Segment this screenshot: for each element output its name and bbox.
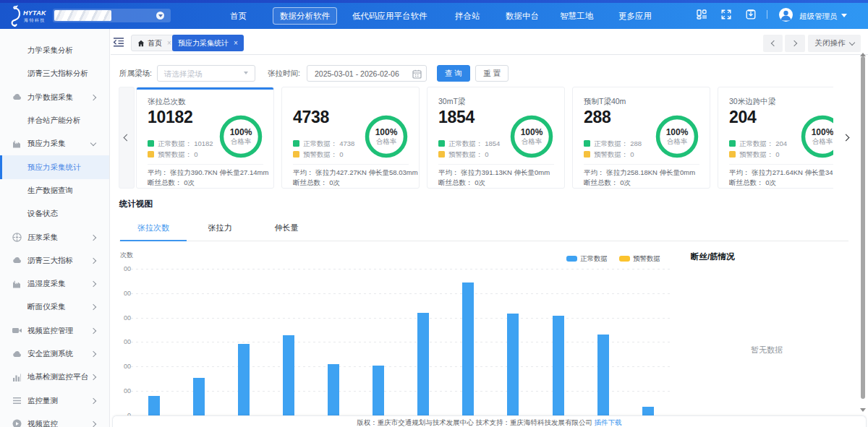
- sidebar-item-16[interactable]: 监控量测: [0, 389, 110, 412]
- select-caret-circle-icon[interactable]: [156, 12, 164, 20]
- sidebar-item-14[interactable]: 安全监测系统: [0, 342, 110, 366]
- sidebar-item-15[interactable]: 地基检测监控平台: [0, 366, 110, 389]
- page-tab-1[interactable]: 首页×: [131, 35, 178, 51]
- summary-card-2[interactable]: 4738正常数据： 4738预警数据： 0平均： 张拉力427.27KN 伸长量…: [281, 87, 420, 189]
- close-actions-dropdown[interactable]: 关闭操作: [808, 35, 861, 52]
- pass-rate-label: 合格率: [801, 137, 833, 147]
- page-tab-2[interactable]: 预应力采集统计×: [172, 35, 244, 51]
- chart-bar-4[interactable]: [283, 335, 294, 417]
- sidebar-item-1[interactable]: 力学采集分析: [0, 39, 110, 62]
- sidebar-item-5[interactable]: 预应力采集: [0, 132, 110, 155]
- card-broken-line: 断丝总数： 0次: [148, 178, 195, 188]
- green-swatch-icon: [729, 140, 736, 147]
- chevron-down-icon: [90, 140, 96, 146]
- cards-scroll-left-button[interactable]: [119, 87, 135, 189]
- chart-bar-10[interactable]: [553, 316, 564, 416]
- search-button[interactable]: 查 询: [437, 65, 470, 82]
- chart-gridline: [131, 366, 671, 367]
- apps-grid-icon[interactable]: [697, 9, 707, 20]
- chart-bar-2[interactable]: [193, 378, 205, 416]
- sidebar-item-8[interactable]: 设备状态: [0, 202, 110, 225]
- sidebar-item-4[interactable]: 拌合站产能分析: [0, 109, 110, 132]
- chart-bar-11[interactable]: [597, 335, 609, 416]
- sidebar-item-label: 监控量测: [27, 396, 58, 406]
- plugin-download-link[interactable]: 插件下载: [595, 418, 622, 426]
- date-range-input[interactable]: 2025-03-01 - 2026-02-06: [307, 65, 427, 82]
- sidebar-item-label: 温湿度采集: [27, 279, 66, 289]
- user-avatar[interactable]: [779, 8, 793, 22]
- project-select[interactable]: [53, 9, 171, 22]
- sidebar-item-11[interactable]: 温湿度采集: [0, 272, 110, 296]
- sidebar: 力学采集分析沥青三大指标分析力学数据采集拌合站产能分析预应力采集预应力采集统计生…: [0, 29, 110, 427]
- fullscreen-icon[interactable]: [721, 9, 731, 20]
- tab-scroll-left-button[interactable]: [763, 35, 783, 52]
- sidebar-collapse-icon[interactable]: [113, 37, 124, 46]
- summary-card-3[interactable]: 30mT梁1854正常数据： 1854预警数据： 0平均： 张拉力391.13K…: [427, 87, 565, 189]
- stats-tab-1[interactable]: 张拉次数: [120, 215, 187, 241]
- card-broken-line: 断丝总数： 0次: [438, 178, 485, 188]
- sidebar-item-3[interactable]: 力学数据采集: [0, 86, 110, 109]
- sidebar-item-label: 设备状态: [27, 209, 58, 219]
- sidebar-item-7[interactable]: 生产数据查询: [0, 179, 110, 202]
- nav-item-6[interactable]: 智慧工地: [560, 3, 593, 29]
- y-axis-tick-label: 00: [120, 290, 131, 297]
- green-swatch-icon: [293, 140, 299, 147]
- sidebar-item-10[interactable]: 沥青三大指标: [0, 249, 110, 272]
- header-top-strip: [0, 0, 868, 3]
- scrollbar-thumb[interactable]: [861, 56, 865, 399]
- tab-close-icon[interactable]: ×: [167, 40, 171, 47]
- nav-item-4[interactable]: 拌合站: [455, 3, 480, 29]
- chart-bar-5[interactable]: [328, 364, 339, 416]
- card-normal-row: 正常数据： 204: [729, 139, 787, 149]
- cloud-icon: [12, 349, 22, 360]
- sidebar-item-6[interactable]: 预应力采集统计: [0, 155, 110, 178]
- user-name[interactable]: 超级管理员: [799, 3, 838, 29]
- summary-card-1[interactable]: 张拉总次数10182正常数据： 10182预警数据： 0平均： 张拉力390.7…: [136, 87, 274, 189]
- nav-item-5[interactable]: 数据中台: [506, 3, 539, 29]
- stats-tab-2[interactable]: 张拉力: [187, 215, 253, 241]
- vertical-scrollbar[interactable]: [860, 50, 866, 415]
- download-icon[interactable]: [746, 9, 756, 20]
- scroll-up-arrow[interactable]: [860, 50, 866, 56]
- nav-item-7[interactable]: 更多应用: [618, 3, 652, 29]
- tab-scroll-right-button[interactable]: [785, 35, 805, 52]
- scroll-down-arrow[interactable]: [860, 408, 866, 415]
- histogram-icon: [12, 372, 22, 383]
- chart-bar-6[interactable]: [373, 366, 384, 416]
- chart-bar-9[interactable]: [507, 314, 519, 416]
- chart-bar-3[interactable]: [238, 344, 250, 416]
- play-icon: [12, 418, 22, 427]
- sidebar-item-12[interactable]: 断面仪采集: [0, 296, 110, 319]
- card-normal-row: 正常数据： 4738: [293, 139, 354, 149]
- sidebar-item-17[interactable]: 视频监控: [0, 413, 110, 427]
- summary-card-4[interactable]: 预制T梁40m288正常数据： 288预警数据： 0平均： 张拉力258.18K…: [572, 87, 710, 189]
- sidebar-item-2[interactable]: 沥青三大指标分析: [0, 62, 110, 85]
- cards-scroll-right-button[interactable]: [835, 87, 856, 189]
- chart-bar-7[interactable]: [417, 313, 429, 417]
- reset-button[interactable]: 重 置: [475, 65, 509, 82]
- yellow-swatch-icon: [438, 151, 445, 158]
- wheel-icon: [12, 232, 22, 243]
- chart-bar-1[interactable]: [148, 396, 160, 417]
- nav-item-1[interactable]: 首页: [230, 3, 247, 29]
- nav-item-3[interactable]: 低代码应用平台软件: [352, 3, 427, 29]
- sidebar-item-13[interactable]: 视频监控管理: [0, 319, 110, 342]
- farm-select[interactable]: 请选择梁场: [157, 65, 255, 82]
- stats-tab-3[interactable]: 伸长量: [253, 215, 320, 241]
- tab-close-icon[interactable]: ×: [234, 40, 238, 47]
- sidebar-item-label: 地基检测监控平台: [27, 372, 88, 382]
- sidebar-item-9[interactable]: 压浆采集: [0, 225, 110, 249]
- green-swatch-icon: [148, 140, 154, 147]
- sidebar-item-label: 沥青三大指标: [27, 256, 73, 266]
- sidebar-item-label: 预应力采集统计: [27, 163, 81, 173]
- sidebar-item-label: 力学采集分析: [27, 46, 73, 56]
- footer: 版权：重庆市交通规划与技术发展中心 技术支持：重庆海特科技发展有限公司 插件下载: [112, 415, 867, 427]
- sidebar-item-label: 视频监控管理: [27, 326, 73, 336]
- nav-item-2[interactable]: 数据分析软件: [273, 7, 337, 25]
- pass-rate-value: 100%: [365, 127, 408, 137]
- chart-bar-8[interactable]: [462, 282, 474, 416]
- card-total: 1854: [438, 108, 475, 126]
- card-total: 288: [584, 108, 610, 126]
- summary-card-5[interactable]: 30米边跨中梁204正常数据： 204预警数据： 0平均： 张拉力271.64K…: [718, 87, 833, 189]
- user-caret-icon[interactable]: [841, 14, 847, 20]
